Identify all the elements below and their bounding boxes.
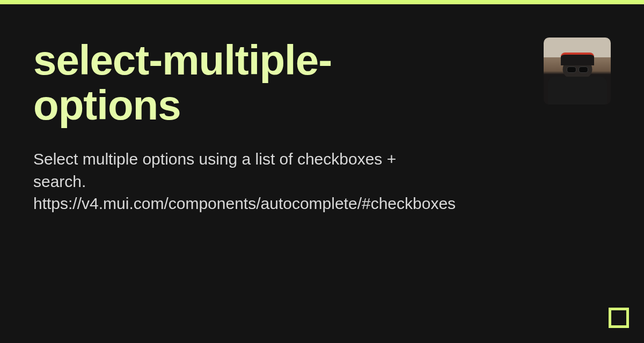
avatar-glasses-icon [565, 66, 590, 73]
card-description: Select multiple options using a list of … [33, 148, 398, 214]
logo-square-icon [609, 308, 629, 328]
card-content: select-multiple-options Select multiple … [0, 4, 644, 215]
card-title: select-multiple-options [33, 38, 420, 128]
avatar-body [548, 77, 607, 105]
accent-bar [0, 0, 644, 4]
text-block: select-multiple-options Select multiple … [33, 38, 420, 215]
avatar [544, 38, 611, 105]
